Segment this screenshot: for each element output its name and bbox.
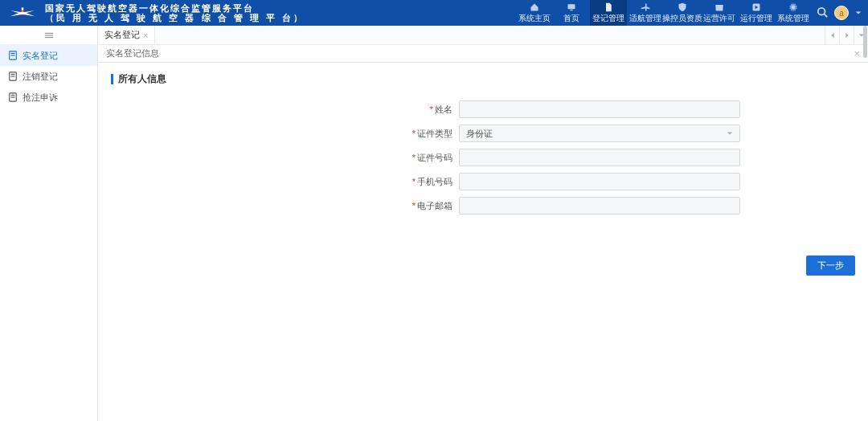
id-type-select[interactable]: 身份证	[459, 125, 740, 142]
nav-system-home[interactable]: 系统主页	[516, 0, 553, 26]
sidebar-item-label: 注销登记	[23, 71, 58, 83]
form-label: *证件号码	[202, 152, 459, 164]
form-label: *电子邮箱	[202, 200, 459, 212]
close-icon[interactable]: ×	[854, 47, 860, 59]
form-row-email: *电子邮箱	[202, 197, 764, 215]
app-header: 国家无人驾驶航空器一体化综合监管服务平台 （民 用 无 人 驾 驶 航 空 器 …	[0, 0, 868, 26]
sidebar-item-squatting-appeal[interactable]: 抢注申诉	[0, 87, 97, 108]
phone-field[interactable]	[459, 173, 740, 190]
search-icon[interactable]	[817, 6, 828, 20]
doc-icon	[604, 2, 613, 12]
svg-line-9	[825, 14, 828, 17]
form-row-name: *姓名	[202, 100, 764, 118]
app-logo	[6, 3, 39, 22]
svg-rect-1	[22, 7, 23, 10]
form-label: *姓名	[202, 104, 459, 116]
form-row-id-no: *证件号码	[202, 149, 764, 166]
monitor-icon	[567, 2, 576, 12]
svg-rect-3	[571, 10, 573, 10]
svg-rect-2	[568, 4, 575, 9]
shield-icon	[678, 2, 687, 12]
select-value: 身份证	[466, 128, 493, 140]
scrollbar-thumb[interactable]	[863, 26, 867, 58]
svg-point-8	[818, 7, 825, 14]
app-title: 国家无人驾驶航空器一体化综合监管服务平台 （民 用 无 人 驾 驶 航 空 器 …	[45, 3, 305, 22]
id-number-field[interactable]	[459, 149, 740, 166]
doc-icon	[8, 92, 18, 102]
doc-icon	[8, 51, 18, 60]
nav-operation-mgmt[interactable]: 运行管理	[738, 0, 775, 26]
section-header: 所有人信息	[111, 72, 855, 86]
main-area: 实名登记 × 实名登记信息 × 所有人信息 *姓名	[98, 26, 868, 421]
nav-registration[interactable]: 登记管理	[590, 0, 627, 26]
nav-home[interactable]: 首页	[553, 0, 590, 26]
sidebar-toggle[interactable]	[0, 26, 97, 45]
sidebar-item-label: 实名登记	[23, 50, 58, 62]
nav-system-mgmt[interactable]: 系统管理	[775, 0, 812, 26]
tab-controls	[825, 26, 868, 44]
tab-scroll-left[interactable]	[825, 26, 839, 44]
doc-icon	[8, 72, 18, 81]
panel-title: 实名登记信息	[106, 47, 159, 59]
play-icon	[751, 2, 761, 12]
tab-realname-registration[interactable]: 实名登记 ×	[98, 26, 155, 44]
close-icon[interactable]: ×	[143, 31, 148, 40]
section-title: 所有人信息	[118, 72, 166, 86]
app-body: 实名登记 注销登记 抢注申诉 实名登记 × 实名登记信息	[0, 26, 868, 421]
next-button[interactable]: 下一步	[806, 255, 855, 276]
nav-airworthiness[interactable]: 适航管理	[627, 0, 664, 26]
sidebar: 实名登记 注销登记 抢注申诉	[0, 26, 98, 421]
plane-icon	[641, 2, 650, 12]
sidebar-item-label: 抢注申诉	[23, 92, 58, 104]
nav-operation-license[interactable]: 运营许可	[701, 0, 738, 26]
sidebar-item-realname-registration[interactable]: 实名登记	[0, 45, 97, 66]
sidebar-item-deregistration[interactable]: 注销登记	[0, 66, 97, 87]
gear-icon	[788, 2, 798, 12]
home-icon	[530, 2, 539, 12]
email-field[interactable]	[459, 197, 740, 215]
tab-scroll-right[interactable]	[839, 26, 854, 44]
svg-rect-5	[716, 5, 723, 6]
app-title-line2: （民 用 无 人 驾 驶 航 空 器 综 合 管 理 平 台）	[45, 13, 305, 22]
name-field[interactable]	[459, 100, 740, 118]
form-label: *证件类型	[202, 128, 459, 140]
form-label: *手机号码	[202, 176, 459, 188]
form-row-id-type: *证件类型 身份证	[202, 125, 764, 142]
chevron-down-icon[interactable]	[855, 7, 862, 18]
nav-pilot-qualification[interactable]: 操控员资质	[664, 0, 701, 26]
top-nav: 系统主页 首页 登记管理 适航管理 操控员资质 运营许可 运行管理 系统管理	[516, 0, 812, 26]
tab-bar: 实名登记 ×	[98, 26, 868, 45]
content-area: 所有人信息 *姓名 *证件类型 身份证 *证	[98, 63, 868, 421]
panel-bar: 实名登记信息 ×	[98, 45, 868, 63]
tab-label: 实名登记	[104, 29, 140, 41]
chevron-down-icon	[727, 129, 733, 138]
header-right: a	[817, 6, 862, 20]
owner-info-form: *姓名 *证件类型 身份证 *证件号码	[202, 100, 764, 215]
section-accent-bar	[111, 74, 113, 84]
avatar[interactable]: a	[834, 6, 849, 20]
box-icon	[714, 2, 724, 12]
form-row-phone: *手机号码	[202, 173, 764, 190]
app-title-line1: 国家无人驾驶航空器一体化综合监管服务平台	[45, 3, 305, 13]
